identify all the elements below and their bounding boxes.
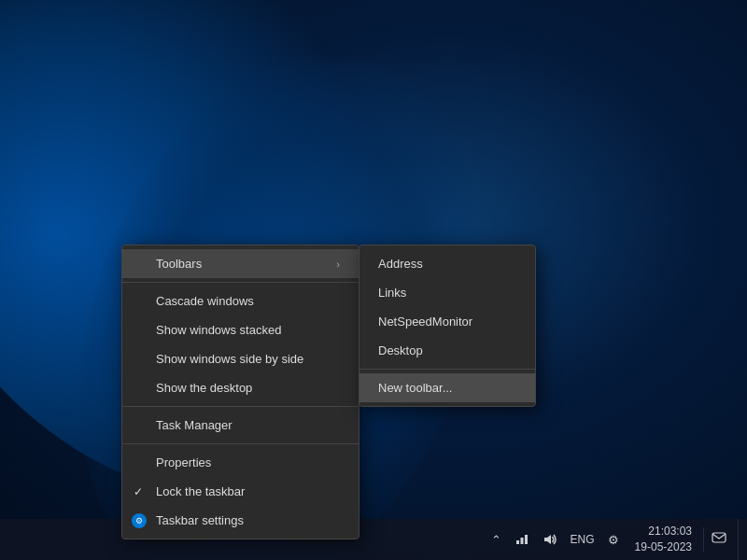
language-text: ENG bbox=[571, 533, 595, 546]
submenu-arrow-icon: › bbox=[336, 259, 340, 270]
svg-marker-3 bbox=[544, 535, 551, 544]
menu-item-label: Taskbar settings bbox=[156, 513, 244, 527]
svg-rect-1 bbox=[520, 538, 523, 544]
menu-item-label: Toolbars bbox=[156, 257, 202, 271]
submenu-item-label: Desktop bbox=[378, 343, 423, 357]
menu-item-lock-taskbar[interactable]: ✓ Lock the taskbar bbox=[122, 477, 359, 506]
submenu-separator bbox=[359, 369, 535, 370]
submenu-item-label: Address bbox=[378, 257, 423, 271]
system-tray: ⌃ ENG ⚙ bbox=[486, 519, 743, 560]
menu-item-label: Show the desktop bbox=[156, 381, 252, 395]
check-icon: ✓ bbox=[134, 485, 143, 498]
menu-separator-1 bbox=[122, 282, 359, 283]
menu-item-label: Properties bbox=[156, 455, 211, 469]
menu-item-task-manager[interactable]: Task Manager bbox=[122, 411, 359, 440]
volume-icon[interactable] bbox=[538, 529, 562, 550]
submenu-item-netspeedmonitor[interactable]: NetSpeedMonitor bbox=[359, 307, 535, 336]
gear-icon: ⚙ bbox=[608, 533, 619, 547]
svg-rect-4 bbox=[712, 533, 726, 542]
svg-rect-0 bbox=[516, 540, 519, 544]
submenu-item-label: New toolbar... bbox=[378, 381, 453, 395]
menu-item-label: Lock the taskbar bbox=[156, 484, 245, 498]
submenu-item-new-toolbar[interactable]: New toolbar... bbox=[359, 373, 535, 402]
menu-item-properties[interactable]: Properties bbox=[122, 448, 359, 477]
clock-time: 21:03:03 bbox=[635, 524, 692, 539]
svg-rect-2 bbox=[525, 535, 528, 544]
network-icon[interactable] bbox=[510, 529, 534, 550]
menu-item-show-desktop[interactable]: Show the desktop bbox=[122, 373, 359, 402]
submenu: Address Links NetSpeedMonitor Desktop Ne… bbox=[359, 245, 536, 407]
desktop: Toolbars › Cascade windows Show windows … bbox=[0, 0, 747, 560]
menu-item-label: Show windows stacked bbox=[156, 323, 281, 337]
submenu-item-label: Links bbox=[378, 286, 406, 300]
submenu-item-label: NetSpeedMonitor bbox=[378, 315, 472, 329]
menu-separator-2 bbox=[122, 406, 359, 407]
menu-item-label: Cascade windows bbox=[156, 294, 254, 308]
menu-item-cascade[interactable]: Cascade windows bbox=[122, 287, 359, 315]
menu-item-label: Show windows side by side bbox=[156, 352, 303, 366]
menu-separator-3 bbox=[122, 443, 359, 444]
menu-item-stacked[interactable]: Show windows stacked bbox=[122, 315, 359, 344]
notification-button[interactable] bbox=[703, 527, 734, 552]
menu-item-label: Task Manager bbox=[156, 418, 233, 432]
clock[interactable]: 21:03:03 19-05-2023 bbox=[627, 522, 699, 557]
menu-item-taskbar-settings[interactable]: ⚙ Taskbar settings bbox=[122, 506, 359, 535]
context-menu: Toolbars › Cascade windows Show windows … bbox=[121, 245, 359, 539]
show-desktop-button[interactable] bbox=[738, 519, 743, 560]
menu-item-side-by-side[interactable]: Show windows side by side bbox=[122, 344, 359, 373]
menu-item-toolbars[interactable]: Toolbars › bbox=[122, 249, 359, 278]
gear-circle-icon: ⚙ bbox=[132, 513, 147, 528]
submenu-item-links[interactable]: Links bbox=[359, 278, 535, 307]
chevron-up-button[interactable]: ⌃ bbox=[486, 529, 506, 551]
clock-date: 19-05-2023 bbox=[635, 539, 692, 555]
chevron-up-icon: ⌃ bbox=[491, 533, 501, 547]
submenu-item-desktop[interactable]: Desktop bbox=[359, 336, 535, 365]
language-indicator[interactable]: ENG bbox=[566, 529, 599, 550]
settings-icon[interactable]: ⚙ bbox=[603, 529, 624, 551]
submenu-item-address[interactable]: Address bbox=[359, 249, 535, 278]
taskbar: ⌃ ENG ⚙ bbox=[0, 519, 747, 560]
